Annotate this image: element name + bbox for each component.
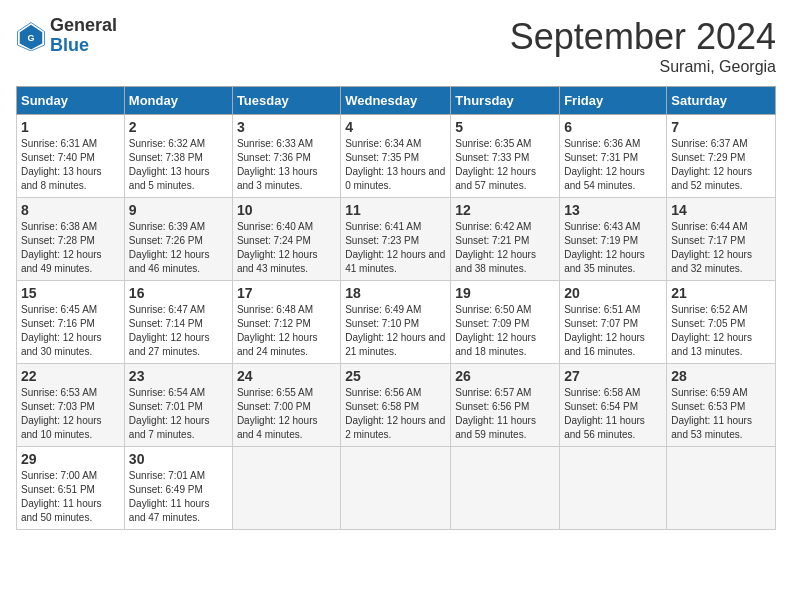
daylight-label: Daylight: 12 hours and 30 minutes. (21, 332, 102, 357)
calendar-week-3: 15 Sunrise: 6:45 AM Sunset: 7:16 PM Dayl… (17, 281, 776, 364)
sunrise-label: Sunrise: 6:34 AM (345, 138, 421, 149)
daylight-label: Daylight: 12 hours and 10 minutes. (21, 415, 102, 440)
sunset-label: Sunset: 6:53 PM (671, 401, 745, 412)
calendar-week-2: 8 Sunrise: 6:38 AM Sunset: 7:28 PM Dayli… (17, 198, 776, 281)
calendar-cell: 24 Sunrise: 6:55 AM Sunset: 7:00 PM Dayl… (232, 364, 340, 447)
sunrise-label: Sunrise: 6:43 AM (564, 221, 640, 232)
sunset-label: Sunset: 6:54 PM (564, 401, 638, 412)
day-number: 29 (21, 451, 120, 467)
calendar-week-1: 1 Sunrise: 6:31 AM Sunset: 7:40 PM Dayli… (17, 115, 776, 198)
daylight-label: Daylight: 13 hours and 0 minutes. (345, 166, 445, 191)
day-info: Sunrise: 6:57 AM Sunset: 6:56 PM Dayligh… (455, 386, 555, 442)
daylight-label: Daylight: 13 hours and 5 minutes. (129, 166, 210, 191)
calendar-cell: 3 Sunrise: 6:33 AM Sunset: 7:36 PM Dayli… (232, 115, 340, 198)
sunset-label: Sunset: 6:56 PM (455, 401, 529, 412)
sunset-label: Sunset: 7:07 PM (564, 318, 638, 329)
sunrise-label: Sunrise: 6:40 AM (237, 221, 313, 232)
sunset-label: Sunset: 7:03 PM (21, 401, 95, 412)
day-info: Sunrise: 6:56 AM Sunset: 6:58 PM Dayligh… (345, 386, 446, 442)
title-block: September 2024 Surami, Georgia (510, 16, 776, 76)
calendar-cell (451, 447, 560, 530)
weekday-header-monday: Monday (124, 87, 232, 115)
sunrise-label: Sunrise: 7:00 AM (21, 470, 97, 481)
day-number: 15 (21, 285, 120, 301)
sunrise-label: Sunrise: 6:49 AM (345, 304, 421, 315)
day-info: Sunrise: 6:53 AM Sunset: 7:03 PM Dayligh… (21, 386, 120, 442)
daylight-label: Daylight: 12 hours and 18 minutes. (455, 332, 536, 357)
weekday-header-tuesday: Tuesday (232, 87, 340, 115)
sunrise-label: Sunrise: 6:36 AM (564, 138, 640, 149)
sunset-label: Sunset: 7:23 PM (345, 235, 419, 246)
sunrise-label: Sunrise: 7:01 AM (129, 470, 205, 481)
day-number: 14 (671, 202, 771, 218)
day-info: Sunrise: 6:44 AM Sunset: 7:17 PM Dayligh… (671, 220, 771, 276)
sunrise-label: Sunrise: 6:56 AM (345, 387, 421, 398)
sunrise-label: Sunrise: 6:50 AM (455, 304, 531, 315)
day-number: 5 (455, 119, 555, 135)
day-info: Sunrise: 6:54 AM Sunset: 7:01 PM Dayligh… (129, 386, 228, 442)
day-number: 11 (345, 202, 446, 218)
weekday-header-wednesday: Wednesday (341, 87, 451, 115)
daylight-label: Daylight: 11 hours and 50 minutes. (21, 498, 102, 523)
daylight-label: Daylight: 12 hours and 54 minutes. (564, 166, 645, 191)
day-info: Sunrise: 7:00 AM Sunset: 6:51 PM Dayligh… (21, 469, 120, 525)
sunset-label: Sunset: 7:01 PM (129, 401, 203, 412)
sunrise-label: Sunrise: 6:33 AM (237, 138, 313, 149)
logo-blue: Blue (50, 36, 117, 56)
day-number: 13 (564, 202, 662, 218)
day-number: 19 (455, 285, 555, 301)
sunset-label: Sunset: 6:51 PM (21, 484, 95, 495)
sunset-label: Sunset: 7:12 PM (237, 318, 311, 329)
day-info: Sunrise: 6:48 AM Sunset: 7:12 PM Dayligh… (237, 303, 336, 359)
sunrise-label: Sunrise: 6:57 AM (455, 387, 531, 398)
day-info: Sunrise: 6:52 AM Sunset: 7:05 PM Dayligh… (671, 303, 771, 359)
sunrise-label: Sunrise: 6:47 AM (129, 304, 205, 315)
calendar-cell: 14 Sunrise: 6:44 AM Sunset: 7:17 PM Dayl… (667, 198, 776, 281)
calendar-cell: 10 Sunrise: 6:40 AM Sunset: 7:24 PM Dayl… (232, 198, 340, 281)
day-info: Sunrise: 6:42 AM Sunset: 7:21 PM Dayligh… (455, 220, 555, 276)
calendar-cell: 6 Sunrise: 6:36 AM Sunset: 7:31 PM Dayli… (560, 115, 667, 198)
calendar-cell: 12 Sunrise: 6:42 AM Sunset: 7:21 PM Dayl… (451, 198, 560, 281)
day-info: Sunrise: 6:49 AM Sunset: 7:10 PM Dayligh… (345, 303, 446, 359)
daylight-label: Daylight: 12 hours and 38 minutes. (455, 249, 536, 274)
daylight-label: Daylight: 12 hours and 21 minutes. (345, 332, 445, 357)
day-number: 6 (564, 119, 662, 135)
logo: G General Blue (16, 16, 117, 56)
day-number: 8 (21, 202, 120, 218)
day-number: 4 (345, 119, 446, 135)
sunset-label: Sunset: 7:09 PM (455, 318, 529, 329)
sunset-label: Sunset: 7:29 PM (671, 152, 745, 163)
sunset-label: Sunset: 7:14 PM (129, 318, 203, 329)
daylight-label: Daylight: 12 hours and 7 minutes. (129, 415, 210, 440)
sunrise-label: Sunrise: 6:53 AM (21, 387, 97, 398)
calendar-cell (560, 447, 667, 530)
calendar-cell (667, 447, 776, 530)
sunrise-label: Sunrise: 6:42 AM (455, 221, 531, 232)
sunset-label: Sunset: 7:40 PM (21, 152, 95, 163)
sunrise-label: Sunrise: 6:48 AM (237, 304, 313, 315)
sunset-label: Sunset: 7:10 PM (345, 318, 419, 329)
calendar-cell: 16 Sunrise: 6:47 AM Sunset: 7:14 PM Dayl… (124, 281, 232, 364)
sunset-label: Sunset: 7:19 PM (564, 235, 638, 246)
sunrise-label: Sunrise: 6:39 AM (129, 221, 205, 232)
calendar-cell: 2 Sunrise: 6:32 AM Sunset: 7:38 PM Dayli… (124, 115, 232, 198)
daylight-label: Daylight: 12 hours and 32 minutes. (671, 249, 752, 274)
daylight-label: Daylight: 11 hours and 59 minutes. (455, 415, 536, 440)
calendar-table: SundayMondayTuesdayWednesdayThursdayFrid… (16, 86, 776, 530)
sunset-label: Sunset: 7:00 PM (237, 401, 311, 412)
sunrise-label: Sunrise: 6:55 AM (237, 387, 313, 398)
calendar-cell: 4 Sunrise: 6:34 AM Sunset: 7:35 PM Dayli… (341, 115, 451, 198)
sunset-label: Sunset: 7:16 PM (21, 318, 95, 329)
sunset-label: Sunset: 7:26 PM (129, 235, 203, 246)
day-info: Sunrise: 6:31 AM Sunset: 7:40 PM Dayligh… (21, 137, 120, 193)
weekday-header-sunday: Sunday (17, 87, 125, 115)
day-number: 25 (345, 368, 446, 384)
calendar-cell: 26 Sunrise: 6:57 AM Sunset: 6:56 PM Dayl… (451, 364, 560, 447)
day-number: 18 (345, 285, 446, 301)
calendar-cell: 27 Sunrise: 6:58 AM Sunset: 6:54 PM Dayl… (560, 364, 667, 447)
day-number: 26 (455, 368, 555, 384)
day-number: 28 (671, 368, 771, 384)
calendar-cell (341, 447, 451, 530)
day-number: 1 (21, 119, 120, 135)
daylight-label: Daylight: 13 hours and 8 minutes. (21, 166, 102, 191)
